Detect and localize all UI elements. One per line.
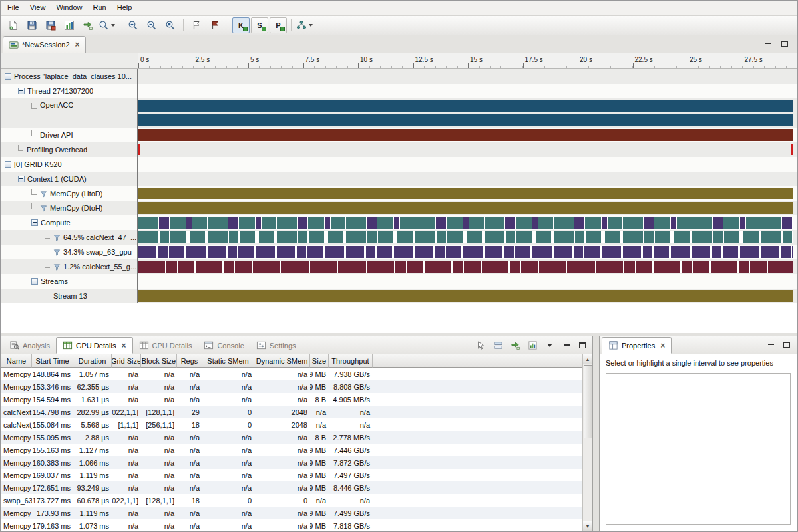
- tab-gpu-details[interactable]: GPU Details×: [56, 337, 133, 354]
- scroll-up-button[interactable]: ▲: [583, 354, 593, 364]
- column-header-regs[interactable]: Regs: [177, 354, 202, 368]
- collapse-expander-icon[interactable]: [31, 219, 38, 226]
- kernel-toggle-button[interactable]: K: [232, 17, 250, 33]
- timeline-lane-driver-api[interactable]: [138, 128, 797, 142]
- interval-bar[interactable]: [138, 129, 793, 141]
- maximize-button[interactable]: [576, 340, 588, 350]
- column-header-size[interactable]: Size: [310, 354, 329, 368]
- timeline-lane-34-3-swap-63-gpu[interactable]: [138, 245, 797, 259]
- table-row[interactable]: Memcpy160.383 ms1.066 msn/an/an/an/an/a9…: [1, 456, 582, 469]
- interval-bar[interactable]: [138, 202, 793, 214]
- tree-item-streams[interactable]: Streams: [1, 274, 138, 289]
- chart-export-button[interactable]: [526, 339, 539, 351]
- timeline-lane-compute[interactable]: [138, 215, 797, 230]
- collapse-expander-icon[interactable]: [18, 88, 25, 94]
- tree-item-memcpy-htod[interactable]: MemCpy (HtoD): [1, 186, 138, 201]
- timeline-lane-openacc[interactable]: [138, 98, 797, 128]
- table-row[interactable]: Memcpy155.163 ms1.127 msn/an/an/an/an/a9…: [1, 444, 582, 456]
- menu-run[interactable]: Run: [88, 1, 112, 15]
- timeline-lane-memcpy-dtoh[interactable]: [138, 201, 797, 215]
- column-header-grid-size[interactable]: Grid Size: [112, 354, 141, 368]
- tree-item-thread-2741307200[interactable]: Thread 2741307200: [1, 84, 138, 98]
- timeline-lane-0-grid-k520[interactable]: [138, 157, 797, 172]
- vertical-scrollbar[interactable]: ▲ ▼: [582, 354, 592, 531]
- zoom-in-button[interactable]: [124, 17, 142, 33]
- tree-item-compute[interactable]: Compute: [1, 215, 138, 230]
- column-header-block-size[interactable]: Block Size: [141, 354, 177, 368]
- close-icon[interactable]: ×: [75, 41, 80, 49]
- save-all-button[interactable]: [42, 17, 59, 33]
- timeline-lane-streams[interactable]: [138, 274, 797, 289]
- marker-outline-button[interactable]: [188, 17, 205, 33]
- minimize-button[interactable]: [560, 340, 572, 350]
- timeline-lane-thread-2741307200[interactable]: [138, 84, 797, 98]
- column-header-static-smem[interactable]: Static SMem: [202, 354, 254, 368]
- marker-filled-button[interactable]: [206, 17, 224, 33]
- tree-item-1-2-calcnext-55-g[interactable]: 1.2% calcNext_55_g...: [1, 259, 138, 274]
- collapse-expander-icon[interactable]: [5, 161, 11, 168]
- column-header-name[interactable]: Name: [1, 354, 32, 368]
- table-row[interactable]: Memcpy179.163 ms1.073 msn/an/an/an/an/a9…: [1, 519, 582, 531]
- table-row[interactable]: Memcpy155.095 ms2.88 µsn/an/an/an/an/a8 …: [1, 431, 582, 444]
- tab-console[interactable]: Console: [198, 337, 250, 354]
- table-row[interactable]: Memcpy172.651 ms93.249 µsn/an/an/an/an/a…: [1, 481, 582, 494]
- sync-button[interactable]: [508, 339, 522, 351]
- menu-file[interactable]: File: [2, 1, 25, 15]
- column-header-throughput[interactable]: Throughput: [329, 354, 373, 368]
- scroll-down-button[interactable]: ▼: [583, 521, 593, 531]
- close-icon[interactable]: ×: [660, 342, 665, 350]
- minimize-button[interactable]: [765, 339, 777, 350]
- table-row[interactable]: calcNext_55155.084 ms5.568 µs[1,1,1][256…: [1, 418, 582, 431]
- tab-settings[interactable]: Settings: [250, 337, 302, 354]
- table-row[interactable]: Memcpy154.594 ms1.631 µsn/an/an/an/an/a8…: [1, 393, 582, 406]
- zoom-out-button[interactable]: [143, 17, 160, 33]
- interval-bar[interactable]: [138, 231, 793, 243]
- interval-bar[interactable]: [138, 188, 793, 200]
- timeline-lane-process-laplace-data-clauses-10[interactable]: [138, 69, 797, 84]
- save-session-button[interactable]: [23, 17, 41, 33]
- tab-new-session2[interactable]: *NewSession2 ×: [3, 36, 86, 53]
- tab-cpu-details[interactable]: CPU Details: [133, 337, 198, 354]
- timeline-lane-context-1-cuda[interactable]: [138, 172, 797, 186]
- view-menu-button[interactable]: [543, 339, 556, 351]
- interval-bar[interactable]: [138, 217, 793, 229]
- tree-item-64-5-calcnext-47[interactable]: 64.5% calcNext_47_...: [1, 230, 138, 245]
- tab-properties[interactable]: Properties ×: [602, 337, 672, 354]
- stream-toggle-button[interactable]: S: [251, 17, 268, 33]
- table-row[interactable]: calcNext_47154.798 ms282.99 µs[1022,1,1]…: [1, 406, 582, 418]
- collapse-expander-icon[interactable]: [18, 176, 25, 182]
- tree-item-driver-api[interactable]: Driver API: [1, 128, 138, 142]
- new-session-button[interactable]: [5, 17, 22, 33]
- search-button[interactable]: [98, 17, 116, 33]
- tree-item-process-laplace-data-clauses-10[interactable]: Process "laplace_data_clauses 10...: [1, 69, 138, 84]
- timeline-lane-stream-13[interactable]: [138, 289, 797, 303]
- menu-view[interactable]: View: [25, 1, 51, 15]
- timeline-lane-64-5-calcnext-47[interactable]: [138, 230, 797, 245]
- interval-bar[interactable]: [138, 261, 793, 273]
- show-report-button[interactable]: [61, 17, 78, 33]
- tree-item-context-1-cuda[interactable]: Context 1 (CUDA): [1, 172, 138, 186]
- zoom-fit-button[interactable]: [162, 17, 179, 33]
- close-icon[interactable]: ×: [122, 342, 126, 350]
- table-row[interactable]: swap_63_gpu173.727 ms60.678 µs[1022,1,1]…: [1, 494, 582, 507]
- table-row[interactable]: Memcpy169.037 ms1.119 msn/an/an/an/an/a9…: [1, 469, 582, 481]
- interval-bar[interactable]: [138, 290, 793, 302]
- table-row[interactable]: Memcpy173.93 ms1.119 msn/an/an/an/an/a9 …: [1, 507, 582, 519]
- process-toggle-button[interactable]: P: [270, 17, 287, 33]
- table-row[interactable]: Memcpy148.864 ms1.057 msn/an/an/an/an/a9…: [1, 368, 582, 380]
- tree-item-profiling-overhead[interactable]: Profiling Overhead: [1, 142, 138, 157]
- tree-item-0-grid-k520[interactable]: [0] GRID K520: [1, 157, 138, 172]
- column-header-start-time[interactable]: Start Time: [32, 354, 73, 368]
- interval-bar[interactable]: [138, 246, 793, 258]
- timeline-ruler[interactable]: 0 s2.5 s5 s7.5 s10 s12.5 s15 s17.5 s20 s…: [138, 53, 797, 69]
- collapse-expander-icon[interactable]: [31, 278, 38, 285]
- tree-item-34-3-swap-63-gpu[interactable]: 34.3% swap_63_gpu: [1, 245, 138, 259]
- minimize-button[interactable]: [761, 38, 773, 49]
- tree-item-memcpy-dtoh[interactable]: MemCpy (DtoH): [1, 201, 138, 215]
- menu-window[interactable]: Window: [51, 1, 87, 15]
- timeline-lane-profiling-overhead[interactable]: [138, 142, 797, 157]
- collapse-expander-icon[interactable]: [5, 73, 11, 80]
- timeline-lane-1-2-calcnext-55-g[interactable]: [138, 259, 797, 274]
- interval-bar[interactable]: [138, 100, 793, 112]
- scroll-thumb[interactable]: [584, 365, 592, 438]
